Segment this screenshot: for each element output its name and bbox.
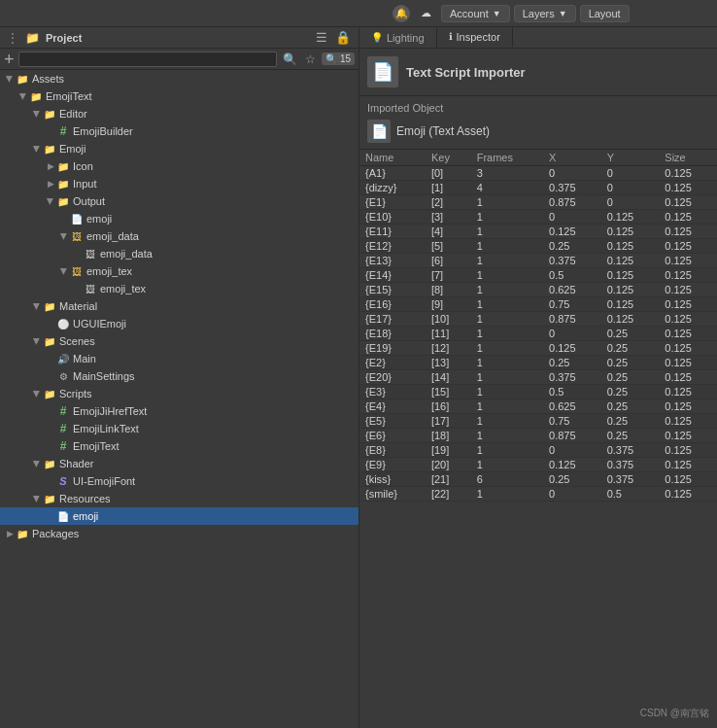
- table-cell-1-0: {dizzy}: [359, 181, 426, 195]
- top-bar-controls: 🔔 ☁ Account ▼ Layers ▼ Layout: [393, 5, 630, 22]
- table-row: {E1}[2]10.87500.125: [359, 195, 717, 210]
- table-row: {E14}[7]10.50.1250.125: [359, 268, 717, 283]
- table-row: {E19}[12]10.1250.250.125: [359, 341, 717, 356]
- add-button[interactable]: +: [4, 51, 15, 68]
- table-cell-3-5: 0.125: [659, 210, 717, 225]
- tree-item-emojitext-script[interactable]: ▶#EmojiText: [0, 437, 358, 455]
- table-cell-3-3: 0: [543, 210, 601, 225]
- item-label-output: Output: [73, 195, 105, 207]
- search-toggle-button[interactable]: 🔍: [281, 52, 299, 66]
- table-cell-6-0: {E13}: [359, 254, 426, 268]
- table-cell-20-1: [20]: [426, 458, 471, 472]
- tree-item-resources[interactable]: ▶📁Resources: [0, 490, 358, 507]
- tree-item-emoji[interactable]: ▶📁Emoji: [0, 140, 358, 157]
- table-cell-12-4: 0.25: [601, 341, 660, 356]
- item-icon-emojitext: 📁: [29, 89, 43, 103]
- item-label-input: Input: [73, 178, 96, 190]
- table-cell-0-0: {A1}: [359, 166, 426, 181]
- notification-icon[interactable]: 🔔: [393, 5, 410, 22]
- table-cell-19-0: {E8}: [359, 443, 426, 458]
- tree-item-assets[interactable]: ▶📁Assets: [0, 70, 358, 87]
- table-cell-16-0: {E4}: [359, 399, 426, 414]
- tree-item-icon[interactable]: ▶📁Icon: [0, 157, 358, 175]
- arrow-packages: ▶: [4, 529, 16, 538]
- table-cell-14-1: [14]: [426, 370, 471, 385]
- item-icon-shader: 📁: [43, 457, 56, 470]
- table-cell-21-3: 0.25: [543, 472, 601, 487]
- table-cell-7-2: 1: [471, 268, 543, 283]
- item-label-scenes: Scenes: [59, 335, 95, 347]
- col-header-name: Name: [359, 150, 426, 166]
- cloud-icon[interactable]: ☁: [414, 5, 437, 22]
- item-label-main: Main: [73, 353, 96, 364]
- layout-button[interactable]: Layout: [580, 5, 630, 22]
- table-cell-11-4: 0.25: [601, 327, 660, 341]
- table-cell-21-2: 6: [471, 472, 543, 487]
- table-cell-14-5: 0.125: [659, 370, 717, 385]
- item-icon-emoji-tex-sub: 🖼: [84, 282, 97, 295]
- layers-button[interactable]: Layers ▼: [514, 5, 576, 22]
- item-icon-resources: 📁: [43, 492, 56, 505]
- col-header-size: Size: [659, 150, 717, 166]
- table-cell-20-0: {E9}: [359, 458, 426, 472]
- table-cell-8-2: 1: [471, 283, 543, 297]
- table-row: {E8}[19]100.3750.125: [359, 443, 717, 458]
- tree-item-input[interactable]: ▶📁Input: [0, 175, 358, 192]
- count-value: 15: [340, 53, 351, 64]
- tree-item-material[interactable]: ▶📁Material: [0, 297, 358, 315]
- table-cell-10-4: 0.125: [601, 312, 660, 327]
- tree-item-emoji-tex[interactable]: ▶🖼emoji_tex: [0, 262, 358, 280]
- table-row: {E16}[9]10.750.1250.125: [359, 297, 717, 312]
- arrow-scenes: ▶: [32, 335, 42, 347]
- tree-item-packages[interactable]: ▶📁Packages: [0, 525, 358, 542]
- tree-item-emoji-file[interactable]: ▶📄emoji: [0, 210, 358, 227]
- tree-item-uguiemoji[interactable]: ▶⚪UGUIEmoji: [0, 315, 358, 332]
- tree-item-emojilinktext[interactable]: ▶#EmojiLinkText: [0, 420, 358, 437]
- table-cell-1-2: 4: [471, 181, 543, 195]
- tree-item-emoji-data[interactable]: ▶🖼emoji_data: [0, 227, 358, 245]
- panel-lock-button[interactable]: 🔒: [333, 30, 353, 45]
- table-cell-19-2: 1: [471, 443, 543, 458]
- project-panel-title: Project: [46, 32, 82, 44]
- table-row: {E13}[6]10.3750.1250.125: [359, 254, 717, 268]
- item-icon-emojitext-script: #: [56, 439, 70, 453]
- tab-inspector[interactable]: ℹ Inspector: [437, 27, 513, 48]
- item-icon-input: 📁: [56, 177, 70, 191]
- tree-item-emoji-resource[interactable]: ▶📄emoji: [0, 507, 358, 525]
- tree-item-output[interactable]: ▶📁Output: [0, 192, 358, 210]
- arrow-input: ▶: [45, 179, 56, 189]
- tree-item-shader[interactable]: ▶📁Shader: [0, 455, 358, 472]
- filter-button[interactable]: ☆: [303, 52, 318, 66]
- table-cell-17-2: 1: [471, 414, 543, 429]
- tree-item-mainsettings[interactable]: ▶⚙MainSettings: [0, 367, 358, 385]
- table-cell-19-1: [19]: [426, 443, 471, 458]
- tree-item-emojitext[interactable]: ▶📁EmojiText: [0, 87, 358, 105]
- table-cell-14-2: 1: [471, 370, 543, 385]
- account-button[interactable]: Account ▼: [441, 5, 510, 22]
- table-cell-10-2: 1: [471, 312, 543, 327]
- table-cell-13-1: [13]: [426, 356, 471, 370]
- arrow-shader: ▶: [32, 458, 42, 469]
- item-icon-emoji-data: 🖼: [70, 229, 84, 243]
- tree-item-emoji-data-sub[interactable]: ▶🖼emoji_data: [0, 245, 358, 262]
- tree-item-scripts[interactable]: ▶📁Scripts: [0, 385, 358, 402]
- table-cell-2-2: 1: [471, 195, 543, 210]
- tree-item-emojibuilder[interactable]: ▶#EmojiBuilder: [0, 122, 358, 140]
- tree-item-emoji-tex-sub[interactable]: ▶🖼emoji_tex: [0, 280, 358, 297]
- tree-item-emojijihreftext[interactable]: ▶#EmojiJiHrefText: [0, 402, 358, 420]
- item-icon-uguiemoji: ⚪: [56, 317, 70, 330]
- panel-menu-button[interactable]: ☰: [314, 30, 329, 45]
- table-cell-17-0: {E5}: [359, 414, 426, 429]
- tree-item-main[interactable]: ▶🔊Main: [0, 350, 358, 367]
- tree-view[interactable]: ▶📁Assets▶📁EmojiText▶📁Editor▶#EmojiBuilde…: [0, 70, 358, 728]
- tree-item-editor[interactable]: ▶📁Editor: [0, 105, 358, 122]
- item-label-mainsettings: MainSettings: [73, 370, 135, 382]
- tree-item-ui-emojifont[interactable]: ▶SUI-EmojiFont: [0, 472, 358, 490]
- tree-item-scenes[interactable]: ▶📁Scenes: [0, 332, 358, 350]
- search-input[interactable]: [18, 52, 278, 67]
- table-cell-18-4: 0.25: [601, 429, 660, 443]
- table-cell-10-1: [10]: [426, 312, 471, 327]
- table-cell-16-3: 0.625: [543, 399, 601, 414]
- table-cell-4-2: 1: [471, 225, 543, 239]
- tab-lighting[interactable]: 💡 Lighting: [359, 27, 437, 48]
